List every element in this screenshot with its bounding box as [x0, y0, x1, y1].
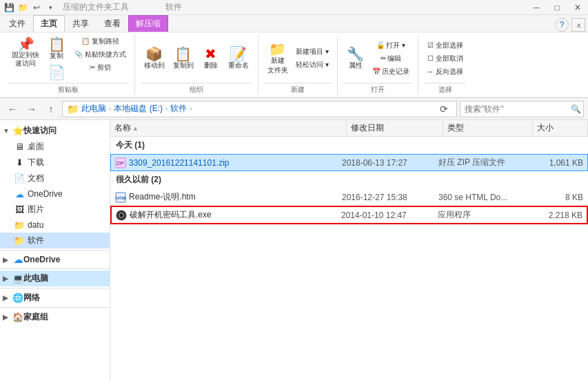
ribbon-tabs-row: 文件 主页 共享 查看 解压缩 ? ∧ — [0, 15, 588, 32]
folder-qa-button[interactable]: 📁 — [17, 1, 29, 14]
invert-select-button[interactable]: ↔ 反向选择 — [424, 66, 466, 78]
copy-to-button[interactable]: 📋 复制到 — [170, 45, 197, 72]
sidebar-item-software[interactable]: 📁 软件 — [0, 233, 110, 248]
tab-extract[interactable]: 解压缩 — [128, 15, 168, 32]
new-item-button[interactable]: 新建项目 ▾ — [293, 46, 332, 58]
col-date[interactable]: 修改日期 — [347, 120, 443, 136]
properties-button[interactable]: 🔧 属性 — [343, 45, 368, 72]
undo-qa-button[interactable]: ↩ — [30, 1, 43, 14]
sidebar-homegroup-header[interactable]: ▶ 🏠 家庭组 — [0, 309, 110, 325]
sidebar-section-homegroup: ▶ 🏠 家庭组 — [0, 309, 110, 325]
file-row-zip[interactable]: ZIP 3309_20161221141101.zip 2018-06-13 1… — [110, 154, 588, 171]
search-input[interactable] — [465, 104, 568, 114]
rename-button[interactable]: 📝 重命名 — [225, 45, 252, 72]
sidebar-item-desktop[interactable]: 🖥 桌面 — [0, 139, 110, 155]
expand-icon: ▼ — [3, 127, 11, 135]
tab-file[interactable]: 文件 — [1, 15, 33, 32]
title-bar-left: 💾 📁 ↩ ▾ 压缩的文件夹工具 软件 — [0, 1, 182, 14]
tab-share[interactable]: 共享 — [65, 15, 97, 32]
select-none-button[interactable]: ☐ 全部取消 — [424, 52, 466, 65]
file-row-exe[interactable]: 破解开机密码工具.exe 2014-01-10 12:47 应用程序 2,218… — [110, 206, 588, 224]
sidebar-thispc-label: 此电脑 — [23, 273, 48, 284]
sidebar-homegroup-label: 家庭组 — [23, 311, 48, 323]
col-type[interactable]: 类型 — [443, 120, 533, 136]
address-pc[interactable]: 此电脑 — [81, 103, 106, 115]
sidebar-section-quickaccess: ▼ ⭐ 快速访问 🖥 桌面 ⬇ 下载 📄 文档 ☁ OneDrive 🖼 — [0, 123, 110, 248]
svg-text:ZIP: ZIP — [116, 161, 124, 166]
title-bar: 💾 📁 ↩ ▾ 压缩的文件夹工具 软件 ─ □ ✕ — [0, 0, 588, 15]
back-button[interactable]: ← — [4, 101, 21, 117]
group-label-today: 今天 (1) — [110, 137, 588, 154]
expand-icon-onedrive: ▶ — [3, 256, 11, 264]
sidebar: ▼ ⭐ 快速访问 🖥 桌面 ⬇ 下载 📄 文档 ☁ OneDrive 🖼 — [0, 120, 110, 381]
pin-button[interactable]: 📌 固定到快速访问 — [8, 35, 43, 70]
sidebar-item-datu[interactable]: 📁 datu — [0, 217, 110, 233]
sidebar-desktop-label: 桌面 — [28, 141, 44, 153]
file-row-htm[interactable]: HTML Readme-说明.htm 2016-12-27 15:38 360 … — [110, 188, 588, 206]
new-group: 📁 新建文件夹 新建项目 ▾ 轻松访问 ▾ 新建 — [258, 35, 338, 95]
refresh-button[interactable]: ⟳ — [436, 101, 452, 117]
cut-button[interactable]: ✂ 剪切 — [72, 61, 129, 74]
minimize-button[interactable]: ─ — [526, 0, 547, 15]
qa-dropdown[interactable]: ▾ — [44, 1, 57, 14]
close-button[interactable]: ✕ — [567, 0, 588, 15]
forward-button[interactable]: → — [23, 101, 40, 117]
move-to-button[interactable]: 📦 移动到 — [141, 45, 168, 72]
tab-home[interactable]: 主页 — [33, 15, 65, 32]
sidebar-section-onedrive: ▶ ☁ OneDrive — [0, 252, 110, 267]
search-bar[interactable]: 🔍 — [460, 101, 584, 117]
navigation-bar: ← → ↑ 📁 此电脑 › 本地磁盘 (E:) › 软件 › ⟳ 🔍 — [0, 98, 588, 120]
open-group: 🔧 属性 🔓 打开 ▾ ✏ 编辑 📅 历史记录 打开 — [338, 35, 419, 95]
select-all-button[interactable]: ☑ 全部选择 — [424, 39, 466, 52]
sidebar-thispc-header[interactable]: ▶ 💻 此电脑 — [0, 271, 110, 286]
address-bar[interactable]: 📁 此电脑 › 本地磁盘 (E:) › 软件 › ⟳ — [62, 101, 457, 117]
sidebar-onedrive-qa-label: OneDrive — [28, 189, 63, 199]
new-folder-button[interactable]: 📁 新建文件夹 — [264, 40, 292, 77]
sidebar-section-network: ▶ 🌐 网络 — [0, 290, 110, 306]
sidebar-item-pictures[interactable]: 🖼 图片 — [0, 202, 110, 217]
up-button[interactable]: ↑ — [43, 101, 59, 117]
col-size[interactable]: 大小 — [533, 120, 588, 136]
organize-label: 组织 — [141, 83, 252, 95]
folder-software-icon: 📁 — [14, 235, 25, 246]
help-button[interactable]: ? — [555, 18, 569, 32]
maximize-button[interactable]: □ — [547, 0, 567, 15]
file-name-htm: HTML Readme-说明.htm — [115, 191, 342, 203]
sidebar-onedrive-header[interactable]: ▶ ☁ OneDrive — [0, 252, 110, 267]
sidebar-onedrive-main-label: OneDrive — [23, 255, 60, 264]
sidebar-software-label: 软件 — [28, 235, 44, 246]
history-button[interactable]: 📅 历史记录 — [369, 66, 413, 78]
paste-button[interactable]: 📄 — [44, 63, 69, 81]
select-group: ☑ 全部选择 ☐ 全部取消 ↔ 反向选择 选择 — [418, 35, 472, 95]
sort-icon: ▲ — [132, 125, 139, 132]
collapse-ribbon-button[interactable]: ∧ — [571, 18, 585, 32]
address-drive[interactable]: 本地磁盘 (E:) — [114, 103, 163, 115]
save-qa-button[interactable]: 💾 — [3, 1, 15, 14]
sidebar-item-onedrive-qa[interactable]: ☁ OneDrive — [0, 186, 110, 202]
address-folder[interactable]: 软件 — [170, 103, 187, 115]
delete-button[interactable]: ✖ 删除 — [199, 45, 223, 72]
group-label-longago: 很久以前 (2) — [110, 171, 588, 188]
col-name[interactable]: 名称 ▲ — [110, 120, 347, 136]
expand-icon-homegroup: ▶ — [3, 313, 11, 321]
sidebar-network-header[interactable]: ▶ 🌐 网络 — [0, 290, 110, 306]
thispc-icon: 💻 — [12, 273, 23, 284]
sidebar-item-documents[interactable]: 📄 文档 — [0, 170, 110, 186]
paste-shortcut-button[interactable]: 📎 粘贴快捷方式 — [72, 48, 129, 61]
easy-access-button[interactable]: 轻松访问 ▾ — [293, 59, 332, 71]
clipboard-group: 📌 固定到快速访问 📋 复制 📄 📋 复制路径 — [3, 35, 135, 95]
sidebar-item-downloads[interactable]: ⬇ 下载 — [0, 155, 110, 170]
copy-button[interactable]: 📋 复制 — [44, 35, 69, 63]
tab-view[interactable]: 查看 — [97, 15, 128, 32]
select-label: 选择 — [424, 83, 466, 95]
sidebar-quickaccess-header[interactable]: ▼ ⭐ 快速访问 — [0, 123, 110, 139]
sidebar-section-thispc: ▶ 💻 此电脑 — [0, 271, 110, 286]
folder-datu-icon: 📁 — [14, 219, 25, 231]
copy-path-button[interactable]: 📋 复制路径 — [72, 35, 129, 48]
sidebar-network-label: 网络 — [23, 292, 40, 304]
edit-button[interactable]: ✏ 编辑 — [369, 52, 413, 65]
pictures-icon: 🖼 — [14, 204, 25, 215]
htm-file-icon: HTML — [115, 192, 126, 203]
file-date-zip: 2018-06-13 17:27 — [342, 158, 438, 168]
open-button[interactable]: 🔓 打开 ▾ — [369, 39, 413, 52]
